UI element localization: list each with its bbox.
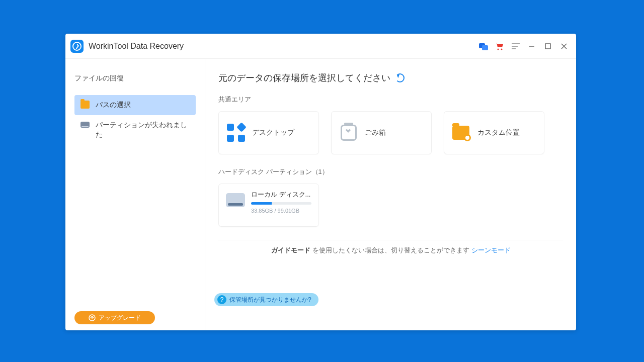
card-recycle-bin[interactable]: ごみ箱 bbox=[331, 111, 432, 154]
minimize-button[interactable] bbox=[524, 36, 540, 56]
svg-rect-8 bbox=[545, 44, 550, 49]
svg-point-2 bbox=[498, 48, 499, 50]
drive-icon bbox=[80, 122, 90, 128]
svg-rect-1 bbox=[482, 45, 488, 50]
menu-icon[interactable] bbox=[508, 36, 524, 56]
cart-icon[interactable] bbox=[492, 36, 508, 56]
scene-mode-link[interactable]: シーンモード bbox=[471, 246, 511, 255]
card-desktop[interactable]: デスクトップ bbox=[218, 111, 319, 154]
main-panel: 元のデータの保存場所を選択してください 共通エリア デスクトップ ごみ箱 カ bbox=[205, 59, 576, 330]
maximize-button[interactable] bbox=[540, 36, 556, 56]
footer-bar: ガイドモード を使用したくない場合は、切り替えることができます シーンモード bbox=[218, 240, 563, 260]
app-title: WorkinTool Data Recovery bbox=[89, 42, 184, 51]
desktop-icon bbox=[227, 124, 245, 142]
common-area-row: デスクトップ ごみ箱 カスタム位置 bbox=[218, 111, 563, 154]
upgrade-button[interactable]: アップグレード bbox=[74, 311, 155, 324]
help-pill[interactable]: ? 保管場所が見つかりませんか? bbox=[214, 293, 318, 306]
footer-text: を使用したくない場合は、切り替えることができます bbox=[312, 246, 469, 255]
app-window: WorkinTool Data Recovery ファイルの回復 パスの選択 bbox=[65, 34, 576, 330]
footer-mode-name: ガイドモード bbox=[271, 246, 310, 255]
disk-name: ローカル ディスク... bbox=[251, 190, 311, 199]
card-label: カスタム位置 bbox=[477, 128, 520, 137]
sidebar-item-label: パーティションが失われました bbox=[96, 120, 190, 140]
sidebar-item-path-select[interactable]: パスの選択 bbox=[74, 95, 196, 115]
recycle-bin-icon bbox=[340, 124, 358, 142]
sidebar: ファイルの回復 パスの選択 パーティションが失われました アップグレード bbox=[65, 59, 205, 330]
card-label: デスクトップ bbox=[252, 128, 294, 137]
card-custom-location[interactable]: カスタム位置 bbox=[444, 111, 544, 154]
feedback-icon[interactable] bbox=[475, 36, 492, 56]
sidebar-heading: ファイルの回復 bbox=[74, 74, 196, 83]
disk-usage-bar bbox=[251, 202, 311, 205]
page-title-text: 元のデータの保存場所を選択してください bbox=[218, 72, 390, 84]
custom-folder-icon bbox=[452, 124, 470, 142]
refresh-icon[interactable] bbox=[395, 73, 405, 82]
section-partitions-label: ハードディスク パーティション（1） bbox=[218, 167, 563, 176]
upgrade-icon bbox=[89, 314, 96, 321]
svg-point-3 bbox=[501, 48, 503, 50]
app-logo-icon bbox=[70, 40, 84, 53]
folder-icon bbox=[80, 101, 90, 109]
sidebar-item-lost-partition[interactable]: パーティションが失われました bbox=[74, 115, 196, 145]
disk-size: 33.85GB / 99.01GB bbox=[251, 208, 311, 214]
titlebar: WorkinTool Data Recovery bbox=[65, 34, 576, 59]
section-common-label: 共通エリア bbox=[218, 95, 563, 104]
upgrade-label: アップグレード bbox=[99, 314, 141, 322]
sidebar-item-label: パスの選択 bbox=[96, 100, 131, 110]
close-button[interactable] bbox=[556, 36, 572, 56]
page-title: 元のデータの保存場所を選択してください bbox=[218, 72, 563, 84]
help-text: 保管場所が見つかりませんか? bbox=[229, 296, 311, 304]
help-icon: ? bbox=[217, 295, 226, 304]
card-label: ごみ箱 bbox=[365, 128, 386, 137]
hard-disk-icon bbox=[226, 193, 245, 207]
disk-info: ローカル ディスク... 33.85GB / 99.01GB bbox=[251, 190, 311, 220]
card-local-disk[interactable]: ローカル ディスク... 33.85GB / 99.01GB bbox=[218, 184, 319, 227]
